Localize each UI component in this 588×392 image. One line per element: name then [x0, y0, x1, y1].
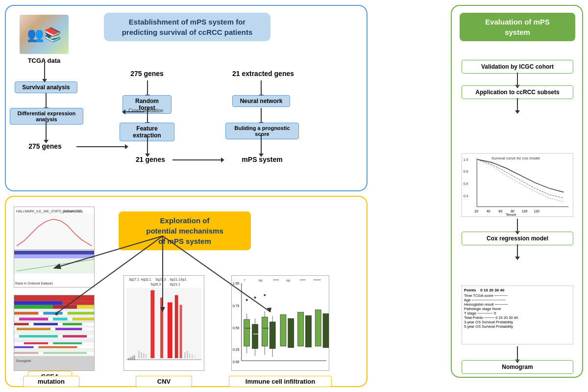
svg-rect-84 — [144, 353, 145, 358]
mps-system-result: mPS system — [235, 156, 289, 163]
arrow-cv-back — [125, 111, 145, 112]
svg-rect-58 — [14, 350, 94, 352]
arrow-rf-to-feature — [147, 108, 148, 123]
svg-rect-87 — [187, 351, 188, 358]
green-evaluation-box: Evaluation of mPS system Validation by I… — [451, 5, 583, 378]
arrow-275top-to-rf — [147, 80, 148, 95]
svg-rect-27 — [63, 301, 94, 305]
svg-rect-26 — [14, 301, 63, 305]
svg-point-129 — [264, 294, 266, 296]
cnv-label: CNV — [136, 376, 192, 387]
svg-rect-126 — [323, 314, 329, 347]
svg-rect-55 — [14, 346, 34, 348]
svg-rect-124 — [305, 315, 311, 347]
arrow-validation-to-application — [517, 73, 518, 85]
svg-text:120: 120 — [534, 209, 539, 213]
immune-label: Immune cell infiltration — [229, 376, 332, 387]
immune-thumbnail: * ns **** ns **** ***** 1.00 0.75 0.50 0… — [231, 275, 329, 371]
svg-rect-122 — [288, 318, 294, 347]
svg-text:0.6: 0.6 — [464, 182, 468, 185]
tcga-image: 👥📚 — [20, 15, 69, 54]
cnv-thumbnail: 3q27.1 4q32.1 5q21.3 6p21.1 6p1 5q35.3 6… — [123, 275, 204, 371]
svg-rect-60 — [43, 352, 87, 354]
svg-text:Tenure: Tenure — [506, 213, 516, 216]
nomogram-box: Nomogram — [462, 360, 573, 374]
prognostic-score-box: Buliding a prognostic score — [225, 123, 299, 139]
svg-rect-50 — [14, 338, 94, 340]
arrow-diff-to-275 — [46, 120, 47, 140]
svg-rect-118 — [270, 322, 275, 348]
svg-rect-121 — [280, 314, 286, 346]
arrow-tcga-to-survival — [44, 60, 45, 79]
svg-text:1.0: 1.0 — [464, 158, 468, 161]
svg-rect-57 — [14, 348, 94, 350]
arrow-application-to-chart — [517, 98, 518, 111]
svg-rect-85 — [146, 354, 147, 358]
nomogram-chart: Points 0 10 20 30 40 Time TCGA-score ───… — [462, 286, 573, 344]
arrow-21top-to-nn — [261, 80, 262, 95]
yellow-exploration-box: Exploration of potential mechanisms of m… — [5, 196, 368, 387]
svg-rect-19 — [14, 251, 94, 255]
genes-275-top: 275 genes — [118, 70, 176, 78]
svg-text:0.00: 0.00 — [233, 360, 240, 364]
svg-rect-46 — [14, 330, 94, 333]
svg-text:Oncoprint: Oncoprint — [16, 359, 31, 363]
svg-rect-32 — [14, 312, 38, 315]
svg-rect-54 — [14, 344, 94, 346]
svg-rect-53 — [53, 342, 82, 344]
arrow-feature-to-21 — [147, 134, 148, 154]
arrow-prog-to-mps — [261, 134, 262, 154]
svg-rect-49 — [63, 335, 87, 338]
neural-network-box: Neural network — [232, 95, 290, 107]
svg-rect-125 — [315, 310, 321, 346]
blue-establishment-box: Establishment of mPS system for predicti… — [5, 5, 368, 191]
svg-rect-45 — [55, 328, 82, 330]
svg-rect-106 — [244, 319, 250, 346]
genes-21-result: 21 genes — [131, 156, 170, 163]
svg-text:1.00: 1.00 — [233, 282, 240, 285]
svg-rect-33 — [43, 312, 63, 315]
svg-point-128 — [254, 297, 256, 299]
svg-rect-62 — [14, 356, 94, 370]
svg-rect-48 — [19, 335, 58, 338]
svg-text:6p21.1: 6p21.1 — [170, 283, 180, 287]
svg-rect-114 — [262, 317, 268, 346]
svg-text:pvalue=0.021: pvalue=0.021 — [63, 209, 83, 213]
svg-text:ns: ns — [258, 278, 262, 283]
validation-box: Validation by ICGC cohort — [462, 60, 573, 74]
svg-rect-43 — [14, 325, 94, 328]
arrow-nomogram-chart-to-label — [517, 346, 518, 360]
arrow-chart-to-cox — [517, 219, 518, 232]
svg-rect-76 — [134, 355, 135, 360]
green-box-title: Evaluation of mPS system — [460, 13, 575, 41]
svg-rect-81 — [180, 305, 182, 358]
arrow-21-right — [172, 159, 221, 160]
svg-rect-89 — [192, 354, 193, 358]
svg-text:*****: ***** — [313, 278, 320, 283]
svg-text:100: 100 — [522, 209, 528, 213]
svg-rect-90 — [194, 356, 195, 358]
mutation-label: mutation — [23, 376, 79, 387]
svg-rect-36 — [19, 317, 48, 320]
cox-box: Cox regression model — [462, 232, 573, 245]
svg-rect-123 — [298, 312, 304, 346]
svg-point-127 — [246, 299, 248, 301]
svg-rect-35 — [14, 315, 94, 318]
genes-275-result: 275 genes — [16, 142, 74, 150]
blue-box-title: Establishment of mPS system for predicti… — [104, 13, 270, 41]
svg-rect-30 — [77, 305, 94, 309]
arrows-to-panels — [163, 236, 202, 280]
svg-rect-34 — [68, 312, 94, 315]
svg-rect-56 — [38, 346, 77, 348]
21-extracted-top: 21 extracted genes — [221, 70, 305, 78]
survival-analysis-box: Survival analysis — [15, 81, 77, 93]
arrow-cox-to-nomogram-chart — [517, 244, 518, 257]
svg-rect-82 — [139, 351, 140, 358]
svg-text:****: **** — [273, 278, 279, 283]
svg-text:60: 60 — [499, 209, 503, 213]
svg-rect-51 — [14, 340, 94, 342]
svg-rect-20 — [14, 255, 94, 259]
svg-text:5q35.3: 5q35.3 — [150, 283, 161, 287]
svg-text:Survival curve for cox model: Survival curve for cox model — [491, 156, 540, 160]
arrow-survival-to-diff — [46, 93, 47, 108]
